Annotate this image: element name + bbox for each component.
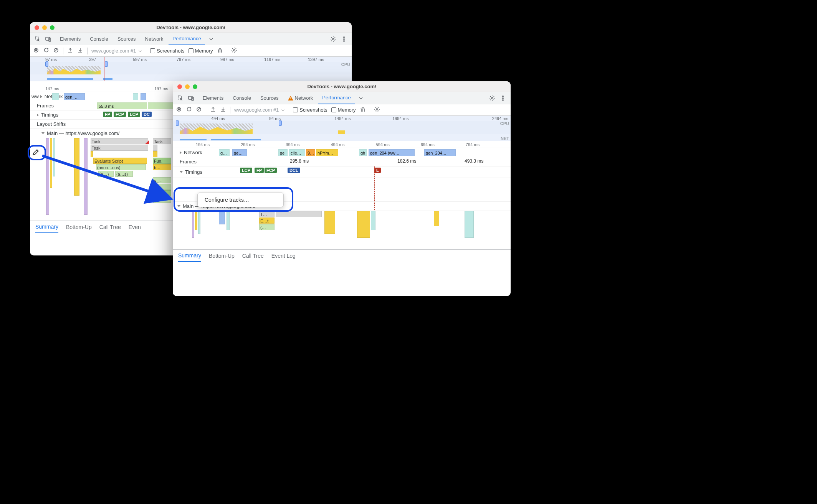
settings-gear-icon[interactable] — [329, 35, 338, 44]
clear-button[interactable] — [196, 106, 202, 114]
tab-sources[interactable]: Sources — [256, 92, 283, 104]
clear-button[interactable] — [53, 47, 59, 54]
details-tabbar: Summary Bottom-Up Call Tree Event Log — [173, 249, 511, 262]
screenshots-checkbox[interactable]: Screenshots — [293, 107, 327, 113]
flame-chart[interactable]: T… E…t (… — [173, 211, 511, 249]
tab-sources[interactable]: Sources — [114, 33, 140, 45]
download-icon[interactable] — [77, 47, 83, 54]
kebab-menu-icon[interactable] — [498, 94, 508, 103]
capture-settings-gear-icon[interactable] — [231, 47, 237, 54]
network-request-chip[interactable] — [133, 93, 138, 100]
svg-line-24 — [42, 156, 171, 199]
svg-point-20 — [178, 109, 180, 110]
timings-lane[interactable]: Timings LCP FP FCP DCL L — [173, 166, 511, 178]
timing-badge-fp[interactable]: FP — [103, 112, 112, 117]
network-lane[interactable]: Network g… ge… ge clie… 9… hPYm… gh gen_… — [173, 148, 511, 157]
inspect-element-icon[interactable] — [176, 94, 185, 103]
annotation-arrow — [38, 153, 180, 206]
devtools-window-2: DevTools - www.google.com/ Elements Cons… — [173, 81, 511, 296]
zoom-window-button[interactable] — [50, 25, 55, 30]
device-toolbar-icon[interactable] — [187, 94, 196, 103]
task-bar[interactable]: Task — [153, 138, 171, 144]
screenshots-checkbox[interactable]: Screenshots — [150, 48, 184, 54]
window-title: DevTools - www.google.com/ — [30, 25, 352, 30]
svg-line-22 — [197, 108, 200, 111]
cpu-label: CPU — [500, 121, 509, 126]
bottom-up-tab[interactable]: Bottom-Up — [209, 253, 235, 259]
capture-settings-gear-icon[interactable] — [374, 106, 380, 114]
download-icon[interactable] — [220, 106, 226, 114]
tab-console[interactable]: Console — [86, 33, 112, 45]
cpu-activity-wave — [173, 121, 511, 134]
network-request-chip[interactable] — [52, 93, 59, 100]
target-selector[interactable]: www.google.com #1 — [234, 107, 285, 113]
tab-performance[interactable]: Performance — [318, 92, 354, 104]
tab-network[interactable]: Network — [284, 92, 317, 104]
svg-point-3 — [332, 38, 334, 40]
timing-badge-lcp[interactable]: LCP — [128, 112, 140, 117]
call-tree-tab[interactable]: Call Tree — [99, 224, 121, 230]
overview-minimap[interactable]: 494 ms 94 ms 1494 ms 1994 ms 2494 ms CPU… — [173, 116, 511, 141]
tab-elements[interactable]: Elements — [199, 92, 227, 104]
time-ruler[interactable]: 194 ms 294 ms 394 ms 494 ms 594 ms 694 m… — [173, 141, 511, 148]
svg-point-5 — [344, 38, 344, 39]
overview-minimap[interactable]: 97 ms 397 597 ms 797 ms 997 ms 1197 ms 1… — [30, 57, 352, 81]
svg-point-18 — [503, 99, 503, 100]
svg-point-15 — [491, 97, 493, 99]
overview-ticks: 494 ms 94 ms 1494 ms 1994 ms 2494 ms — [173, 116, 511, 121]
kebab-menu-icon[interactable] — [339, 35, 349, 44]
event-log-tab[interactable]: Even — [129, 224, 141, 230]
tab-elements[interactable]: Elements — [56, 33, 84, 45]
task-bar[interactable]: Task — [91, 145, 148, 151]
flame-bar[interactable] — [153, 145, 157, 151]
network-request-chip[interactable] — [141, 93, 146, 100]
inspect-element-icon[interactable] — [33, 35, 42, 44]
summary-tab[interactable]: Summary — [178, 250, 201, 262]
network-request-chip[interactable]: gen_… — [64, 93, 85, 100]
titlebar[interactable]: DevTools - www.google.com/ — [173, 81, 511, 92]
call-tree-tab[interactable]: Call Tree — [242, 253, 264, 259]
memory-checkbox[interactable]: Memory — [189, 48, 213, 54]
reload-record-button[interactable] — [186, 106, 192, 114]
record-button[interactable] — [33, 47, 39, 54]
summary-tab[interactable]: Summary — [35, 221, 58, 233]
svg-point-23 — [376, 109, 378, 110]
device-toolbar-icon[interactable] — [44, 35, 53, 44]
record-button[interactable] — [176, 106, 182, 114]
settings-gear-icon[interactable] — [488, 94, 497, 103]
upload-icon[interactable] — [67, 47, 73, 54]
minimize-window-button[interactable] — [185, 84, 190, 89]
timing-badge-fcp[interactable]: FCP — [114, 112, 126, 117]
tab-console[interactable]: Console — [229, 92, 255, 104]
more-tabs-icon[interactable] — [356, 94, 366, 103]
close-window-button[interactable] — [35, 25, 39, 30]
bottom-up-tab[interactable]: Bottom-Up — [66, 224, 92, 230]
cpu-label: CPU — [341, 62, 350, 67]
cpu-activity-wave — [30, 62, 352, 74]
collect-garbage-icon[interactable] — [217, 47, 223, 54]
zoom-window-button[interactable] — [193, 84, 197, 89]
target-selector[interactable]: www.google.com #1 — [91, 48, 142, 54]
reload-record-button[interactable] — [43, 47, 49, 54]
tab-performance[interactable]: Performance — [169, 33, 205, 45]
edit-tracks-pencil-icon[interactable] — [32, 149, 39, 157]
window-title: DevTools - www.google.com/ — [173, 84, 511, 89]
tab-network[interactable]: Network — [141, 33, 167, 45]
event-log-tab[interactable]: Event Log — [271, 253, 296, 259]
svg-point-17 — [503, 97, 503, 98]
collect-garbage-icon[interactable] — [360, 106, 366, 114]
timing-badge-dcl[interactable]: DC — [142, 112, 152, 117]
task-bar[interactable]: Task — [91, 138, 148, 144]
upload-icon[interactable] — [210, 106, 216, 114]
titlebar[interactable]: DevTools - www.google.com/ — [30, 22, 352, 33]
memory-checkbox[interactable]: Memory — [331, 107, 356, 113]
frame-chip[interactable]: 55.8 ms — [97, 102, 147, 109]
overview-ticks: 97 ms 397 597 ms 797 ms 997 ms 1197 ms 1… — [30, 57, 352, 62]
panel-tabbar: Elements Console Sources Network Perform… — [30, 33, 352, 45]
close-window-button[interactable] — [177, 84, 182, 89]
configure-tracks-menuitem[interactable]: Configure tracks… — [198, 195, 283, 204]
frames-lane[interactable]: Frames 295.8 ms 182.6 ms 493.3 ms — [173, 157, 511, 166]
minimize-window-button[interactable] — [42, 25, 47, 30]
more-tabs-icon[interactable] — [207, 35, 216, 44]
svg-point-11 — [233, 49, 235, 51]
